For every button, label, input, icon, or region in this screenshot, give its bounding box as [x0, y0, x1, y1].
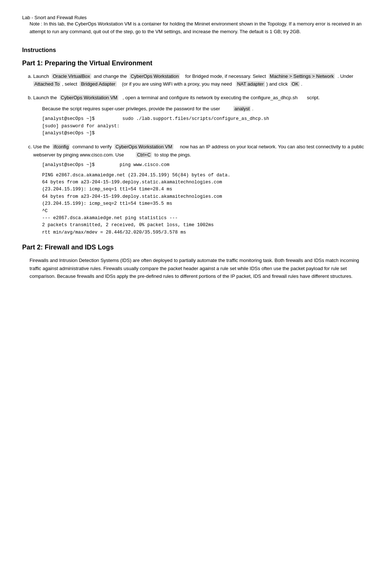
step-b: Launch the CyberOps Workstation VM , ope… — [33, 94, 370, 137]
step-c-ctrl: Ctrl+C — [136, 152, 152, 158]
part2-text: Firewalls and Intrusion Detection System… — [30, 256, 362, 280]
note-text: Note : In this lab, the CyberOps Worksta… — [30, 20, 362, 36]
step-a-vm: CyberOps Workstation — [130, 73, 180, 79]
step-b-code: [analyst@secOps ~]$ sudo ./lab.support.f… — [42, 115, 370, 137]
step-c-sub: [analyst@secOps ~]$ ping www.cisco.com P… — [42, 162, 370, 236]
step-c-code2: PING e2867.dsca.akamaiedge.net (23.204.1… — [42, 172, 370, 236]
part1-section: Part 1: Preparing the Virtual Environmen… — [22, 59, 370, 237]
step-a-menu: Machine > Settings > Network — [269, 73, 335, 79]
note-box: Note : In this lab, the CyberOps Worksta… — [30, 20, 362, 36]
step-a-nat: NAT adapter — [236, 81, 265, 87]
step-b-vm: CyberOps Workstation VM — [60, 95, 119, 100]
instructions-heading: Instructions — [22, 47, 370, 54]
step-c: Use the ifconfig command to verify Cyber… — [33, 143, 370, 236]
part2-section: Part 2: Firewall and IDS Logs Firewalls … — [22, 244, 370, 280]
header-title: Lab - Snort and Firewall Rules — [22, 15, 370, 20]
part2-description: Firewalls and Intrusion Detection System… — [30, 256, 362, 280]
step-c-ifconfig: ifconfig — [52, 144, 70, 149]
step-c-content: Use the ifconfig command to verify Cyber… — [33, 144, 364, 157]
step-a: Launch Oracle VirtualBox and change the … — [33, 72, 370, 88]
step-b-sub: Because the script requires super-user p… — [42, 105, 370, 137]
part1-heading: Part 1: Preparing the Virtual Environmen… — [22, 59, 370, 67]
part2-heading: Part 2: Firewall and IDS Logs — [22, 244, 370, 251]
instructions-section: Instructions — [22, 47, 370, 54]
step-a-bridged: Bridged Adapter — [80, 81, 116, 87]
step-b-note: Because the script requires super-user p… — [42, 105, 370, 113]
step-c-vm: CyberOps Workstation VM — [114, 144, 173, 149]
part1-steps: Launch Oracle VirtualBox and change the … — [33, 72, 370, 237]
step-b-content: Launch the CyberOps Workstation VM , ope… — [33, 95, 320, 100]
page-header: Lab - Snort and Firewall Rules — [22, 15, 370, 20]
step-a-vbox: Oracle VirtualBox — [52, 73, 91, 79]
step-b-analyst: analyst — [233, 106, 251, 111]
step-c-code1: [analyst@secOps ~]$ ping www.cisco.com — [42, 162, 370, 169]
step-a-attached: Attached To — [33, 81, 61, 87]
step-a-ok: OK — [290, 81, 300, 87]
step-a-content: Launch Oracle VirtualBox and change the … — [33, 73, 353, 87]
